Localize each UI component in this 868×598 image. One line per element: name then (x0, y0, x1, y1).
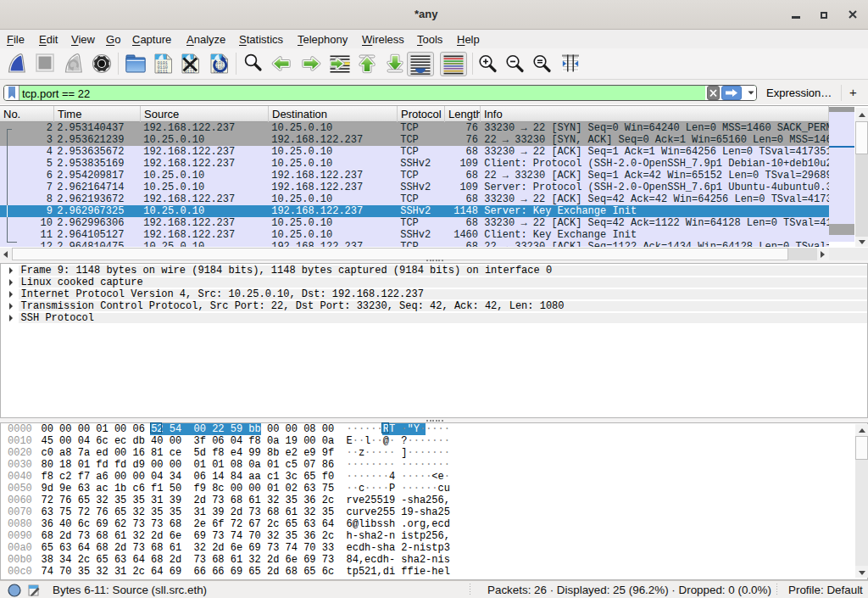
svg-text:0111: 0111 (158, 70, 168, 75)
